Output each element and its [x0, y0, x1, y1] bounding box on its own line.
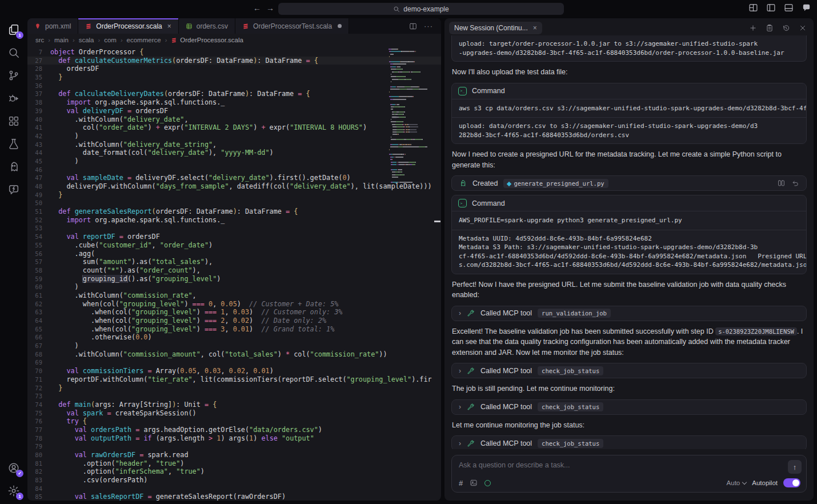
- editor-tab-OrderProcessorTest.scala[interactable]: OrderProcessorTest.scala: [235, 18, 349, 34]
- line-number: 77: [27, 426, 50, 434]
- chat-session-tab[interactable]: New Session (Continu... ×: [449, 22, 542, 34]
- activity-bar-item-flask[interactable]: [7, 138, 20, 150]
- code-line-49: 49 }: [27, 191, 441, 199]
- chat-bubble-icon[interactable]: [802, 3, 811, 13]
- line-number: 84: [27, 485, 50, 493]
- code-line-54: 54 val reportDF = ordersDF: [27, 233, 441, 241]
- chat-input-box[interactable]: Ask a question or describe a task... ↑ #…: [451, 455, 807, 493]
- editor-tab-orders.csv[interactable]: orders.csv: [179, 18, 235, 34]
- line-number: 70: [27, 367, 50, 375]
- tab-close-icon[interactable]: ×: [167, 22, 171, 30]
- editor-tab-pom.xml[interactable]: pom.xml: [27, 18, 78, 34]
- kiro-ghost-icon: [459, 179, 467, 187]
- created-file-chip[interactable]: generate_presigned_url.py: [503, 179, 608, 188]
- mcp-tool-card-run_validation_job[interactable]: ›Called MCP toolrun_validation_job: [451, 306, 807, 321]
- new-chat-icon[interactable]: [749, 24, 757, 32]
- expand-chevron-icon[interactable]: ›: [459, 367, 461, 375]
- mode-dropdown[interactable]: Auto: [727, 479, 747, 486]
- close-panel-icon[interactable]: [799, 24, 807, 32]
- code-line-55: 55 .cube("customer_id", "order_date"): [27, 241, 441, 250]
- badge: ✓: [16, 470, 23, 477]
- toggle-panel-icon[interactable]: [784, 3, 794, 13]
- line-number: 43: [27, 141, 50, 149]
- code-line-41: 41 col("order_date") + expr("INTERVAL 2 …: [27, 123, 441, 132]
- breadcrumb-item-scala[interactable]: scala: [79, 37, 94, 43]
- activity-bar-item-files[interactable]: 1: [7, 23, 20, 36]
- activity-bar-item-chat[interactable]: [7, 183, 20, 196]
- code-editor[interactable]: 7object OrderProcessor {27 def calculate…: [27, 46, 441, 501]
- customize-layout-icon[interactable]: [748, 3, 758, 13]
- expand-chevron-icon[interactable]: ›: [459, 403, 461, 411]
- command-search-box[interactable]: demo-example: [278, 3, 564, 15]
- python-file-icon: [507, 181, 511, 186]
- code-line-79: 79: [27, 442, 441, 451]
- breadcrumb-item-src[interactable]: src: [35, 37, 44, 43]
- command-card: >_CommandAWS_PROFILE=spark-upgrade pytho…: [451, 195, 807, 274]
- code-line-71: 71 reportDF.withColumn("tier_rate", lit(…: [27, 375, 441, 384]
- mcp-tool-card-check_job_status[interactable]: ›Called MCP toolcheck_job_status: [451, 399, 807, 415]
- context-hash-icon[interactable]: #: [459, 479, 463, 487]
- code-line-74: 74 def main(args: Array[String]): Unit =…: [27, 401, 441, 409]
- expand-chevron-icon[interactable]: ›: [459, 439, 461, 447]
- line-number: 80: [27, 451, 50, 459]
- minimap[interactable]: [389, 49, 432, 184]
- code-line-51: 51 def generateSalesReport(ordersDF: Dat…: [27, 207, 441, 216]
- created-label: Created: [472, 179, 498, 187]
- code-line-81: 81 .option("header", "true"): [27, 459, 441, 468]
- line-number: 85: [27, 493, 50, 501]
- activity-bar-item-ghost[interactable]: [7, 161, 20, 173]
- line-number: 53: [27, 224, 50, 233]
- editor-tab-OrderProcessor.scala[interactable]: OrderProcessor.scala×: [78, 18, 178, 34]
- wrench-icon: [467, 367, 475, 375]
- line-number: 64: [27, 317, 50, 325]
- code-line-67: 67 ): [27, 342, 441, 350]
- breadcrumb-separator: ›: [73, 37, 75, 43]
- mcp-tool-name: run_validation_job: [538, 309, 611, 318]
- activity-bar-item-source-control[interactable]: [7, 69, 20, 82]
- mcp-tool-card-check_job_status[interactable]: ›Called MCP toolcheck_job_status: [451, 363, 807, 378]
- code-line-52: 52 import org.apache.spark.sql.functions…: [27, 216, 441, 225]
- line-number: 78: [27, 434, 50, 443]
- toggle-knob: [792, 479, 799, 486]
- activity-bar-item-search[interactable]: [7, 46, 20, 59]
- line-number: 40: [27, 115, 50, 124]
- expand-chevron-icon[interactable]: ›: [459, 309, 461, 317]
- mcp-label: Called MCP tool: [480, 403, 532, 411]
- activity-bar-item-account[interactable]: ✓: [7, 462, 20, 474]
- line-number: 39: [27, 107, 50, 115]
- breadcrumb-item-com[interactable]: com: [104, 37, 117, 43]
- nav-forward-button[interactable]: →: [266, 3, 274, 13]
- breadcrumb-item-main[interactable]: main: [54, 37, 69, 43]
- chat-session-close-icon[interactable]: ×: [533, 24, 537, 32]
- mcp-status-icon[interactable]: [484, 480, 491, 486]
- autopilot-toggle[interactable]: [783, 478, 800, 487]
- code-line-57: 57 sum("amount").as("total_sales"),: [27, 258, 441, 266]
- breadcrumb-item-ecommerce[interactable]: ecommerce: [127, 37, 161, 43]
- code-line-75: 75 val spark = createSparkSession(): [27, 409, 441, 418]
- chat-history-icon[interactable]: [782, 24, 790, 32]
- code-line-56: 56 .agg(: [27, 250, 441, 258]
- activity-bar-item-gear[interactable]: 1: [7, 485, 20, 497]
- editor-more-actions-icon[interactable]: ···: [424, 22, 433, 30]
- attach-image-icon[interactable]: [470, 479, 478, 487]
- line-number: 35: [27, 73, 50, 82]
- line-number: 28: [27, 65, 50, 73]
- nav-back-button[interactable]: ←: [253, 3, 261, 13]
- code-line-68: 68 .withColumn("commission_amount", col(…: [27, 350, 441, 359]
- code-line-63: 63 .when(col("grouping_level") === 1, 0.…: [27, 308, 441, 317]
- code-line-64: 64 .when(col("grouping_level") === 2, 0.…: [27, 317, 441, 325]
- undo-icon[interactable]: [792, 179, 799, 187]
- split-editor-icon[interactable]: [409, 22, 417, 30]
- activity-bar-item-debug[interactable]: [7, 92, 20, 105]
- line-number: 65: [27, 325, 50, 334]
- send-button[interactable]: ↑: [788, 460, 802, 474]
- task-list-icon[interactable]: [766, 24, 774, 32]
- mcp-tool-card-check_job_status[interactable]: ›Called MCP toolcheck_job_status: [451, 435, 807, 449]
- command-card: >_Commandaws s3 cp data/orders.csv s3://…: [451, 83, 807, 145]
- tab-label: pom.xml: [45, 22, 71, 30]
- open-diff-icon[interactable]: [778, 179, 785, 187]
- scala-file-icon: [85, 23, 92, 30]
- breadcrumb-file[interactable]: OrderProcessor.scala: [171, 37, 243, 43]
- activity-bar-item-extensions[interactable]: [7, 115, 20, 127]
- toggle-sidebar-icon[interactable]: [766, 3, 776, 13]
